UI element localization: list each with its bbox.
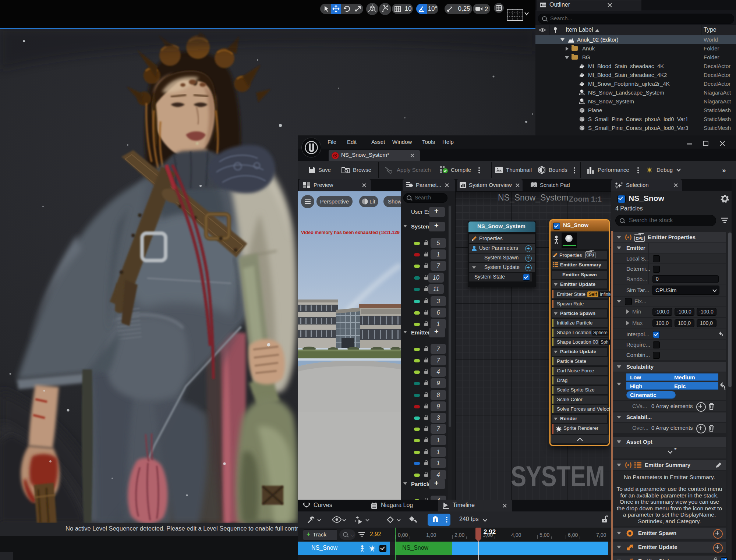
- svg-text:2: 2: [485, 6, 488, 13]
